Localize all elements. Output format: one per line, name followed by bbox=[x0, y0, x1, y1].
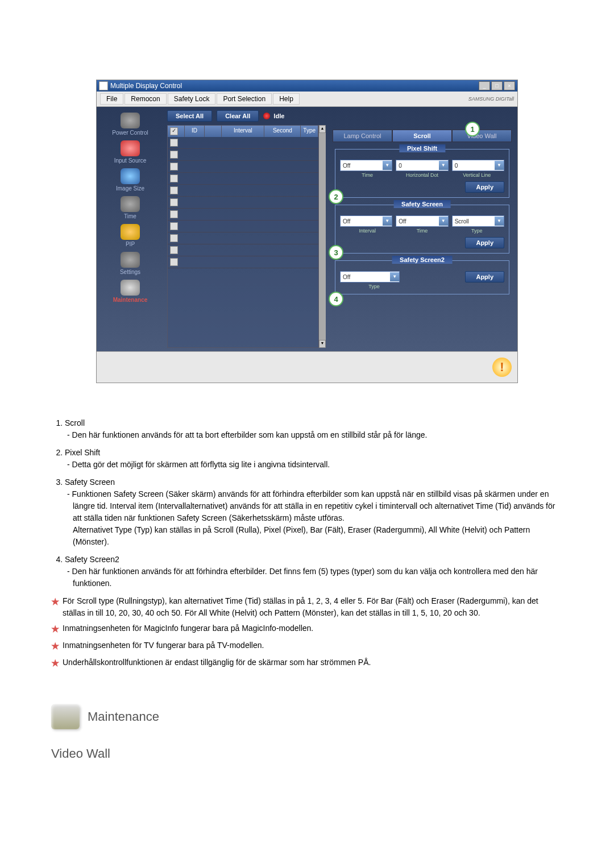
table-row[interactable] bbox=[168, 221, 318, 232]
close-button[interactable]: × bbox=[504, 81, 515, 90]
minimize-button[interactable]: _ bbox=[479, 81, 490, 90]
note-safety-screen: Safety Screen - Funktionen Safety Screen… bbox=[65, 476, 563, 548]
table-row[interactable] bbox=[168, 232, 318, 244]
callout-marker-3: 3 bbox=[329, 245, 343, 260]
callout-marker-4: 4 bbox=[329, 292, 343, 306]
col-status-icon bbox=[205, 126, 222, 137]
select-all-button[interactable]: Select All bbox=[167, 110, 212, 122]
tab-scroll[interactable]: Scroll bbox=[392, 130, 452, 142]
sidebar-item-image[interactable]: Image Size bbox=[115, 167, 146, 193]
table-scrollbar[interactable]: ▲ ▼ bbox=[319, 125, 326, 348]
menu-file[interactable]: File bbox=[100, 93, 123, 105]
safety-type-select[interactable]: Scroll▼ bbox=[452, 215, 504, 227]
table-row[interactable] bbox=[168, 185, 318, 197]
star-note-2: ★Inmatningsenheten för MagicInfo fungera… bbox=[51, 622, 563, 636]
row-checkbox[interactable] bbox=[170, 175, 178, 182]
menu-remocon[interactable]: Remocon bbox=[125, 93, 166, 105]
callout-marker-2: 2 bbox=[329, 189, 343, 204]
star-icon: ★ bbox=[51, 639, 59, 653]
table-row[interactable] bbox=[168, 256, 318, 268]
maximize-button[interactable]: □ bbox=[491, 81, 503, 90]
row-checkbox[interactable] bbox=[170, 186, 178, 194]
star-icon: ★ bbox=[51, 622, 59, 636]
settings-icon bbox=[121, 252, 140, 268]
scroll-down-icon[interactable]: ▼ bbox=[319, 340, 326, 348]
power-icon bbox=[121, 113, 140, 128]
col-id: ID bbox=[185, 126, 205, 137]
callout-marker-1: 1 bbox=[465, 122, 480, 136]
note-safety-screen2: Safety Screen2 - Den här funktionen anvä… bbox=[65, 554, 563, 589]
menu-help[interactable]: Help bbox=[273, 93, 300, 105]
chevron-down-icon: ▼ bbox=[383, 161, 392, 170]
pixel-shift-hdot-select[interactable]: 0▼ bbox=[396, 160, 448, 171]
table-row[interactable] bbox=[168, 197, 318, 209]
star-note-4: ★Underhållskontrollfunktionen är endast … bbox=[51, 657, 563, 670]
row-checkbox[interactable] bbox=[170, 151, 178, 159]
legend-safety-screen: Safety Screen bbox=[393, 200, 451, 208]
info-icon[interactable]: ! bbox=[492, 358, 512, 377]
table-row[interactable] bbox=[168, 137, 318, 149]
box-icon bbox=[51, 704, 80, 729]
sidebar-item-pip[interactable]: PIP bbox=[119, 223, 141, 248]
fieldset-safety-screen2: Safety Screen2 Off▼ Apply Type 4 bbox=[335, 260, 509, 294]
safety2-type-select[interactable]: Off▼ bbox=[340, 271, 400, 283]
row-checkbox[interactable] bbox=[170, 139, 178, 147]
idle-dot-icon bbox=[263, 113, 270, 119]
star-note-1: ★För Scroll type (Rullningstyp), kan alt… bbox=[51, 595, 563, 619]
row-checkbox[interactable] bbox=[170, 234, 178, 242]
tab-video-wall[interactable]: Video Wall bbox=[452, 130, 512, 142]
footer-bar: ! bbox=[97, 351, 517, 383]
sidebar-item-power[interactable]: Power Control bbox=[111, 111, 149, 137]
safety-apply-button[interactable]: Apply bbox=[465, 237, 504, 248]
safety-time-select[interactable]: Off▼ bbox=[396, 215, 448, 227]
sidebar-item-settings[interactable]: Settings bbox=[119, 251, 142, 276]
safety2-apply-button[interactable]: Apply bbox=[465, 271, 504, 283]
sidebar-item-input[interactable]: Input Source bbox=[113, 139, 148, 165]
chevron-down-icon: ▼ bbox=[439, 217, 448, 226]
chevron-down-icon: ▼ bbox=[390, 272, 399, 281]
fieldset-safety-screen: Safety Screen Off▼ Off▼ Scroll▼ Interval… bbox=[335, 205, 509, 254]
label-hdot: Horizontal Dot bbox=[395, 172, 449, 178]
safety-interval-select[interactable]: Off▼ bbox=[340, 215, 392, 227]
table-row[interactable] bbox=[168, 209, 318, 221]
row-checkbox[interactable] bbox=[170, 210, 178, 218]
col-interval: Interval bbox=[222, 126, 264, 137]
maintenance-icon bbox=[121, 280, 140, 296]
image-icon bbox=[121, 168, 140, 184]
sidebar-item-time[interactable]: Time bbox=[119, 195, 141, 221]
menu-port-selection[interactable]: Port Selection bbox=[217, 93, 272, 105]
row-checkbox[interactable] bbox=[170, 258, 178, 266]
label-interval: Interval bbox=[340, 228, 395, 234]
time-icon bbox=[121, 196, 140, 212]
section-title: Maintenance bbox=[88, 709, 159, 724]
table-row[interactable] bbox=[168, 161, 318, 173]
row-checkbox[interactable] bbox=[170, 163, 178, 171]
row-checkbox[interactable] bbox=[170, 198, 178, 206]
pixel-shift-apply-button[interactable]: Apply bbox=[465, 181, 504, 193]
pixel-shift-vline-select[interactable]: 0▼ bbox=[452, 160, 504, 171]
sidebar-item-maintenance[interactable]: Maintenance bbox=[112, 279, 149, 304]
legend-safety-screen2: Safety Screen2 bbox=[392, 256, 453, 264]
subsection-video-wall: Video Wall bbox=[51, 746, 563, 761]
row-checkbox[interactable] bbox=[170, 246, 178, 254]
display-table: ID Interval Second Type bbox=[167, 125, 319, 348]
notes-section: Scroll - Den här funktionen används för … bbox=[51, 417, 563, 670]
table-row[interactable] bbox=[168, 149, 318, 161]
scroll-up-icon[interactable]: ▲ bbox=[319, 125, 326, 133]
menu-safety-lock[interactable]: Safety Lock bbox=[168, 93, 216, 105]
chevron-down-icon: ▼ bbox=[495, 161, 504, 170]
label-type: Type bbox=[340, 284, 408, 289]
pixel-shift-time-select[interactable]: Off▼ bbox=[340, 160, 392, 171]
label-time: Time bbox=[340, 172, 395, 178]
section-maintenance: Maintenance bbox=[51, 704, 563, 729]
star-icon: ★ bbox=[51, 657, 59, 670]
pip-icon bbox=[121, 224, 140, 240]
tab-lamp-control[interactable]: Lamp Control bbox=[333, 130, 392, 142]
table-row[interactable] bbox=[168, 173, 318, 185]
clear-all-button[interactable]: Clear All bbox=[217, 110, 259, 122]
table-row[interactable] bbox=[168, 244, 318, 256]
row-checkbox[interactable] bbox=[170, 222, 178, 230]
col-check[interactable] bbox=[168, 126, 185, 137]
status-idle: Idle bbox=[263, 113, 284, 119]
right-panel: 1 Lamp Control Scroll Video Wall Pixel S… bbox=[330, 125, 514, 348]
